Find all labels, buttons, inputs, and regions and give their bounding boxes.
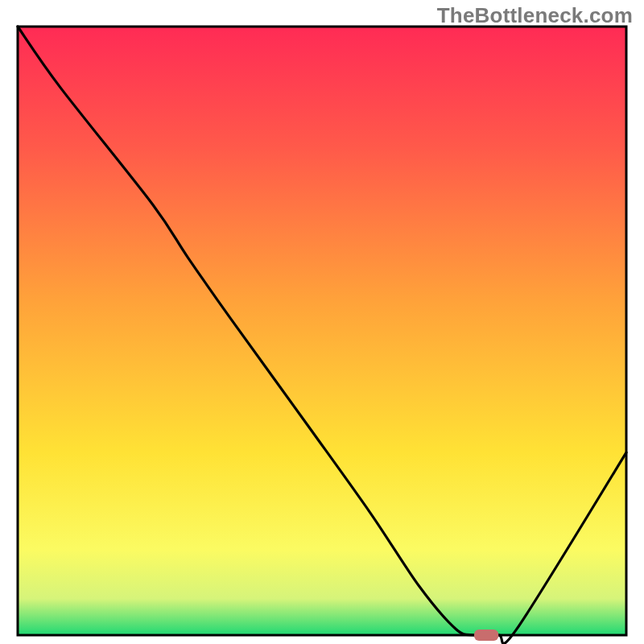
- optimum-marker: [474, 630, 498, 641]
- bottleneck-plot: [0, 0, 644, 644]
- plot-background: [18, 27, 626, 635]
- chart-root: TheBottleneck.com: [0, 0, 644, 644]
